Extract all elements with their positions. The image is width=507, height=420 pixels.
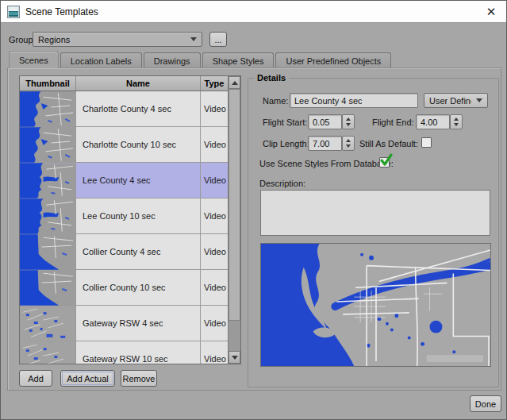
scroll-down-icon[interactable] <box>229 351 240 364</box>
name-label: Name: <box>263 96 288 106</box>
gateway-map-thumbnail <box>20 341 76 364</box>
scene-type: Video <box>201 163 229 198</box>
map-preview <box>260 243 491 367</box>
group-dropdown[interactable]: Regions <box>33 32 202 47</box>
tab-drawings[interactable]: Drawings <box>144 52 201 68</box>
scene-templates-dialog: Scene Templates ✕ Group Regions ... Scen… <box>0 0 507 420</box>
group-dropdown-value: Regions <box>38 35 186 44</box>
scene-name: Charlotte County 10 sec <box>76 127 201 162</box>
table-scrollbar[interactable] <box>228 76 240 364</box>
table-row-selected[interactable]: Lee County 4 sec Video <box>20 163 229 198</box>
add-button[interactable]: Add <box>19 370 52 387</box>
table-row[interactable]: Gateway RSW 10 sec Video <box>20 341 229 364</box>
scene-table: Thumbnail Name Type Charlotte County 4 s… <box>19 75 241 364</box>
tab-scenes[interactable]: Scenes <box>9 51 59 68</box>
scene-name: Collier County 4 sec <box>76 234 201 269</box>
use-scene-styles-checkbox[interactable] <box>379 157 390 168</box>
green-check-icon <box>379 153 394 168</box>
name-input-value: Lee County 4 sec <box>294 96 363 106</box>
scene-name: Lee County 4 sec <box>76 163 201 198</box>
table-row[interactable]: Collier County 4 sec Video <box>20 234 229 270</box>
flight-end-label: Flight End: <box>372 118 414 127</box>
collier-map-thumbnail <box>20 234 76 269</box>
scene-table-header: Thumbnail Name Type <box>20 76 240 91</box>
tab-user-predefined-objects[interactable]: User Predefined Objects <box>275 52 391 68</box>
column-header-name[interactable]: Name <box>76 76 201 91</box>
scene-name: Lee County 10 sec <box>76 198 201 233</box>
scene-type: Video <box>201 91 229 126</box>
add-actual-button[interactable]: Add Actual <box>60 370 115 387</box>
table-row[interactable]: Charlotte County 10 sec Video <box>20 127 229 163</box>
table-row[interactable]: Gateway RSW 4 sec Video <box>20 306 229 341</box>
lee-map-thumbnail <box>20 198 76 233</box>
scenes-tab-panel: Thumbnail Name Type Charlotte County 4 s… <box>7 67 501 391</box>
tab-location-labels[interactable]: Location Labels <box>60 52 142 68</box>
still-as-default-checkbox[interactable] <box>421 137 432 148</box>
window-title: Scene Templates <box>25 6 98 17</box>
scroll-up-icon[interactable] <box>229 76 240 89</box>
flight-end-stepper[interactable] <box>450 114 463 129</box>
scene-type: Video <box>201 270 229 305</box>
tab-bar: Scenes Location Labels Drawings Shape St… <box>9 51 393 68</box>
title-bar: Scene Templates ✕ <box>1 1 506 23</box>
tab-shape-styles[interactable]: Shape Styles <box>202 52 275 68</box>
column-header-type[interactable]: Type <box>201 76 228 91</box>
description-label: Description: <box>259 179 305 188</box>
chevron-down-icon <box>476 98 482 102</box>
flight-start-label: Flight Start: <box>263 118 307 127</box>
table-row[interactable]: Charlotte County 4 sec Video <box>20 91 229 127</box>
done-button[interactable]: Done <box>470 395 501 412</box>
scene-type-dropdown[interactable]: User Defined <box>424 93 488 108</box>
charlotte-map-thumbnail <box>20 127 76 162</box>
scene-name: Charlotte County 4 sec <box>76 91 201 126</box>
remove-button[interactable]: Remove <box>121 370 157 387</box>
clip-length-value: 7.00 <box>313 139 329 148</box>
flight-start-value: 0.05 <box>313 118 329 127</box>
flight-start-input[interactable]: 0.05 <box>308 114 342 129</box>
scene-type: Video <box>201 234 229 269</box>
close-icon[interactable]: ✕ <box>481 3 501 21</box>
use-scene-styles-label: Use Scene Styles From Database: <box>259 159 394 168</box>
still-as-default-label: Still As Default: <box>359 139 418 148</box>
scene-name: Collier County 10 sec <box>76 270 201 305</box>
scene-table-body: Charlotte County 4 sec Video Charlotte C… <box>20 91 229 364</box>
table-row[interactable]: Collier County 10 sec Video <box>20 270 229 306</box>
scene-type: Video <box>201 127 229 162</box>
scene-type: Video <box>201 198 229 233</box>
scene-type: Video <box>201 306 229 341</box>
scrollbar-thumb[interactable] <box>229 89 240 321</box>
details-title: Details <box>254 73 289 83</box>
app-icon <box>7 6 20 18</box>
description-textarea[interactable] <box>260 190 490 236</box>
gateway-map-thumbnail <box>20 306 76 341</box>
clip-length-input[interactable]: 7.00 <box>308 136 342 151</box>
name-input[interactable]: Lee County 4 sec <box>290 93 418 108</box>
clip-length-stepper[interactable] <box>342 136 355 151</box>
scene-type-dropdown-value: User Defined <box>429 96 471 106</box>
charlotte-map-thumbnail <box>20 91 76 126</box>
details-group: Details Name: Lee County 4 sec User Defi… <box>248 78 499 387</box>
chevron-down-icon <box>190 37 197 41</box>
flight-end-input[interactable]: 4.00 <box>416 114 450 129</box>
group-browse-button[interactable]: ... <box>209 32 227 47</box>
flight-start-stepper[interactable] <box>342 114 355 129</box>
table-row[interactable]: Lee County 10 sec Video <box>20 198 229 234</box>
column-header-thumbnail[interactable]: Thumbnail <box>20 76 76 91</box>
clip-length-label: Clip Length: <box>263 139 309 148</box>
collier-map-thumbnail <box>20 270 76 305</box>
scene-name: Gateway RSW 4 sec <box>76 306 201 341</box>
group-label: Group <box>9 35 33 44</box>
scene-name: Gateway RSW 10 sec <box>76 341 201 364</box>
scene-type: Video <box>201 341 229 364</box>
lee-map-thumbnail <box>20 163 76 198</box>
flight-end-value: 4.00 <box>421 118 437 127</box>
